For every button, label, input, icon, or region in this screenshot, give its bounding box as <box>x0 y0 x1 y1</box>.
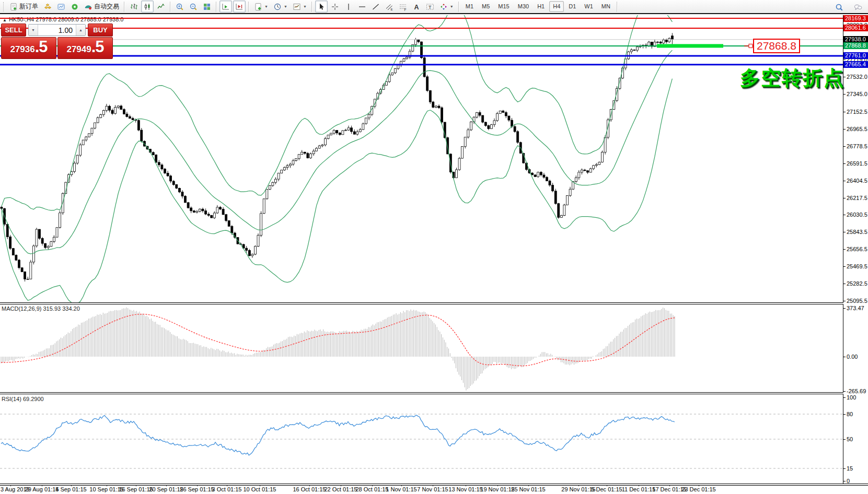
text-icon: A <box>412 3 421 11</box>
signals-icon <box>71 3 79 11</box>
panel-splitter-macd-rsi[interactable] <box>0 392 843 394</box>
toolbar-button-ingots[interactable] <box>41 1 54 13</box>
price-label: 25282.5 <box>847 280 867 287</box>
price-label: 26965.5 <box>847 126 867 132</box>
toolbar-button-fibonacci[interactable]: F <box>397 1 409 13</box>
time-label: 4 Sep 01:15 <box>55 486 86 492</box>
toolbar-button-chat[interactable] <box>852 1 864 13</box>
toolbar-button-chart-line[interactable] <box>155 1 167 13</box>
search-icon <box>835 3 843 11</box>
toolbar-button-label: 新订单 <box>19 2 38 11</box>
chat-icon <box>854 3 862 11</box>
sell-price-button[interactable]: 27936.5 <box>1 37 56 59</box>
rsi-axis-label: 80 <box>847 411 853 417</box>
toolbar-separator <box>124 2 125 12</box>
toolbar-button-horizontal-line[interactable] <box>356 1 368 13</box>
rsi-indicator-label: RSI(14) 69.2900 <box>2 396 44 402</box>
chart-title-text: HK50-,H4 27978.0 28009.0 27885.0 27938.0 <box>9 16 124 22</box>
svg-text:E: E <box>390 7 392 10</box>
timeframe-m5[interactable]: M5 <box>478 1 493 12</box>
timeframe-m15[interactable]: M15 <box>494 1 513 12</box>
toolbar-button-zoom-out[interactable] <box>187 1 200 13</box>
toolbar-button-market-watch[interactable] <box>55 1 67 13</box>
toolbar-separator <box>458 2 459 12</box>
toolbar-button-crosshair[interactable] <box>329 1 341 13</box>
volume-stepper: ▼ 1.00 ▲ <box>28 24 86 36</box>
candlesticks <box>1 33 673 281</box>
buy-price-button[interactable]: 27949.5 <box>57 37 113 59</box>
macd-histogram <box>1 308 675 391</box>
timeframe-w1[interactable]: W1 <box>581 1 597 12</box>
toolbar-button-new-order[interactable]: 新订单 <box>7 1 40 13</box>
chart-marker-icon: ▲ <box>3 18 7 22</box>
toolbar-button-label: 自动交易 <box>94 2 119 11</box>
toolbar-separator <box>617 2 618 12</box>
toolbar-button-text-label[interactable]: T <box>424 1 436 13</box>
panel-splitter-main-macd[interactable] <box>0 302 843 304</box>
toolbar-button-signals[interactable] <box>68 1 81 13</box>
trendline-icon <box>372 3 380 11</box>
volume-increase-button[interactable]: ▲ <box>76 25 85 36</box>
toolbar-button-auto-scroll[interactable] <box>219 1 232 13</box>
annotation-text: 多空转折点 <box>740 65 844 91</box>
toolbar-button-chart-candles[interactable] <box>141 1 154 13</box>
toolbar-button-tile-windows[interactable] <box>201 1 213 13</box>
svg-text:A: A <box>414 3 419 10</box>
timeframe-m30[interactable]: M30 <box>514 1 533 12</box>
chart-bars-icon <box>130 3 138 11</box>
toolbar-button-equidistant-channel[interactable]: E <box>383 1 396 13</box>
toolbar-button-search[interactable] <box>833 1 846 13</box>
panel-splitter-bottom[interactable] <box>0 484 868 486</box>
timeframe-d1[interactable]: D1 <box>565 1 580 12</box>
text-label-icon: T <box>426 3 434 11</box>
price-label: 25843.5 <box>847 229 867 235</box>
timeframe-h1[interactable]: H1 <box>534 1 548 12</box>
timeframe-h4[interactable]: H4 <box>549 1 564 12</box>
toolbar-button-zoom-in[interactable] <box>173 1 186 13</box>
price-line-label: 28169.3 <box>843 15 868 22</box>
crosshair-icon <box>331 3 339 11</box>
chevron-down-icon: ▼ <box>264 5 268 8</box>
price-label: 26778.5 <box>847 143 867 149</box>
time-label: 3 Oct 01:15 <box>212 486 242 492</box>
chart-shift-icon <box>235 3 244 11</box>
time-label: 7 Nov 01:15 <box>417 486 448 492</box>
toolbar-button-vertical-line[interactable] <box>342 1 355 13</box>
volume-decrease-button[interactable]: ▼ <box>29 25 38 36</box>
sell-button[interactable]: SELL <box>1 23 26 37</box>
svg-text:T: T <box>429 4 432 9</box>
chart-title: ▲HK50-,H4 27978.0 28009.0 27885.0 27938.… <box>3 16 124 22</box>
fibonacci-icon: F <box>399 3 407 11</box>
macd-indicator-label: MACD(12,26,9) 315.93 334.20 <box>2 305 80 312</box>
rsi-level-lines <box>0 414 843 468</box>
toolbar-button-chart-bars[interactable] <box>128 1 140 13</box>
toolbar-separator <box>216 2 217 12</box>
toolbar-button-autotrade[interactable]: 自动交易 <box>82 1 121 13</box>
buy-price-frac: .5 <box>91 38 104 56</box>
time-label: 22 Oct 01:15 <box>325 486 357 492</box>
toolbar-button-templates[interactable]: ▼ <box>291 1 309 13</box>
toolbar-button-arrows[interactable]: ▼ <box>437 1 456 13</box>
timeframe-mn[interactable]: MN <box>598 1 614 12</box>
toolbar-button-text[interactable]: A <box>410 1 423 13</box>
macd-signal-line <box>1 314 675 366</box>
toolbar-button-indicators[interactable]: ▼ <box>252 1 270 13</box>
volume-value[interactable]: 1.00 <box>38 25 76 36</box>
chart-candles-icon <box>143 3 152 11</box>
highlight-bar <box>657 44 723 48</box>
auto-scroll-icon <box>222 3 230 11</box>
chevron-down-icon: ▼ <box>303 5 307 8</box>
price-line-label: 27761.0 <box>843 52 868 59</box>
arrows-icon <box>439 3 448 11</box>
price-callout-label[interactable]: 27868.8 <box>753 39 800 53</box>
sell-price-frac: .5 <box>35 38 48 56</box>
price-label: 26591.5 <box>847 160 867 167</box>
price-label: 26217.5 <box>847 195 867 201</box>
toolbar-button-cursor[interactable] <box>315 1 328 13</box>
timeframe-m1[interactable]: M1 <box>462 1 477 12</box>
toolbar-button-chart-shift[interactable] <box>233 1 246 13</box>
buy-button[interactable]: BUY <box>88 23 113 37</box>
toolbar-button-trendline[interactable] <box>369 1 382 13</box>
macd-axis-label: 0.00 <box>847 354 858 360</box>
toolbar-button-periods[interactable]: ▼ <box>271 1 290 13</box>
